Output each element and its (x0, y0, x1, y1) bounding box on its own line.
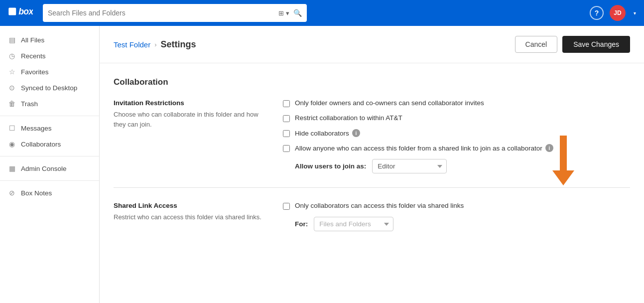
checkbox-row-1: Only folder owners and co-owners can sen… (283, 99, 630, 107)
shared-link-section: Shared Link Access Restrict who can acce… (114, 202, 630, 231)
checkbox-shared-link[interactable] (283, 203, 290, 210)
sidebar-divider-3 (0, 180, 99, 181)
sidebar-label-box-notes: Box Notes (21, 189, 52, 197)
sidebar: ▤ All Files ◷ Recents ☆ Favorites ⊙ Sync… (0, 26, 100, 303)
invitation-options: Only folder owners and co-owners can sen… (283, 99, 630, 173)
filter-icon[interactable]: ⊞ ▾ (278, 9, 289, 17)
for-label: For: (295, 220, 308, 228)
invitation-label-desc: Choose who can collaborate in this folde… (114, 110, 263, 129)
for-row: For: Files and Folders Files only Folder… (295, 217, 630, 231)
header-actions: Cancel Save Changes (515, 36, 630, 53)
sidebar-label-all-files: All Files (21, 36, 44, 44)
sidebar-item-recents[interactable]: ◷ Recents (0, 48, 99, 64)
for-select[interactable]: Files and Folders Files only Folders onl… (314, 217, 393, 231)
content-area: Test Folder › Settings Cancel Save Chang… (100, 26, 644, 303)
breadcrumb-folder-link[interactable]: Test Folder (114, 40, 150, 49)
save-changes-button[interactable]: Save Changes (562, 36, 630, 53)
box-logo: box (8, 4, 33, 22)
invitation-label-title: Invitation Restrictions (114, 99, 263, 107)
sidebar-item-favorites[interactable]: ☆ Favorites (0, 64, 99, 80)
breadcrumb-chevron: › (154, 41, 156, 48)
checkbox-row-3: Hide collaborators i (283, 129, 630, 137)
sidebar-divider (0, 116, 99, 116)
synced-icon: ⊙ (8, 84, 16, 92)
help-icon[interactable]: ? (590, 6, 604, 20)
topnav-right: ? JD ▾ (590, 5, 636, 21)
sidebar-item-box-notes[interactable]: ⊘ Box Notes (0, 185, 99, 201)
breadcrumb: Test Folder › Settings (114, 39, 196, 50)
checkbox-shared-link-label: Only collaborators can access this folde… (295, 202, 464, 209)
hide-collaborators-info-icon[interactable]: i (352, 129, 360, 137)
favorites-icon: ☆ (8, 68, 16, 76)
invitation-label-col: Invitation Restrictions Choose who can c… (114, 99, 263, 173)
sidebar-label-collaborators: Collaborators (21, 141, 61, 148)
checkbox-opt2-label: Restrict collaboration to within AT&T (295, 114, 402, 122)
svg-rect-0 (8, 7, 16, 15)
invitation-restrictions-section: Invitation Restrictions Choose who can c… (114, 99, 630, 173)
sidebar-item-all-files[interactable]: ▤ All Files (0, 32, 99, 48)
shared-link-join-info-icon[interactable]: i (545, 144, 553, 152)
cancel-button[interactable]: Cancel (515, 36, 558, 53)
shared-link-checkbox-row: Only collaborators can access this folde… (283, 202, 630, 210)
all-files-icon: ▤ (8, 36, 16, 44)
messages-icon: ☐ (8, 124, 16, 132)
sidebar-item-collaborators[interactable]: ◉ Collaborators (0, 136, 99, 152)
search-icon[interactable]: 🔍 (293, 9, 302, 17)
shared-link-label-title: Shared Link Access (114, 202, 263, 209)
sidebar-item-synced[interactable]: ⊙ Synced to Desktop (0, 80, 99, 96)
admin-console-icon: ▦ (8, 164, 16, 172)
recents-icon: ◷ (8, 52, 16, 60)
top-navigation: box ⊞ ▾ 🔍 ? JD ▾ (0, 0, 644, 26)
checkbox-opt4-label: Allow anyone who can access this folder … (295, 144, 553, 152)
sidebar-item-messages[interactable]: ☐ Messages (0, 120, 99, 136)
section-divider (114, 187, 630, 188)
sidebar-item-admin-console[interactable]: ▦ Admin Console (0, 160, 99, 176)
avatar-caret[interactable]: ▾ (634, 10, 636, 16)
search-bar: ⊞ ▾ 🔍 (43, 4, 307, 22)
avatar[interactable]: JD (610, 5, 626, 21)
shared-link-options: Only collaborators can access this folde… (283, 202, 630, 231)
box-notes-icon: ⊘ (8, 189, 16, 197)
sidebar-label-trash: Trash (21, 100, 38, 108)
content-wrapper: Test Folder › Settings Cancel Save Chang… (100, 26, 644, 303)
sidebar-label-messages: Messages (21, 125, 52, 132)
collaborators-icon: ◉ (8, 140, 16, 148)
trash-icon: 🗑 (8, 100, 16, 108)
join-as-row: Allow users to join as: Editor Viewer Up… (295, 159, 630, 173)
content-header: Test Folder › Settings Cancel Save Chang… (100, 26, 644, 63)
checkbox-opt3-label: Hide collaborators i (295, 129, 360, 137)
join-as-label: Allow users to join as: (295, 162, 366, 170)
main-layout: ▤ All Files ◷ Recents ☆ Favorites ⊙ Sync… (0, 26, 644, 303)
breadcrumb-current-page: Settings (161, 39, 196, 50)
sidebar-label-admin-console: Admin Console (21, 165, 67, 172)
checkbox-opt2[interactable] (283, 115, 290, 122)
join-as-select[interactable]: Editor Viewer Uploader Co-owner (372, 159, 447, 173)
shared-link-label-col: Shared Link Access Restrict who can acce… (114, 202, 263, 231)
checkbox-opt1-label: Only folder owners and co-owners can sen… (295, 99, 484, 107)
search-input[interactable] (48, 9, 274, 17)
settings-content: Collaboration Invitation Restrictions Ch… (100, 63, 644, 245)
sidebar-item-trash[interactable]: 🗑 Trash (0, 96, 99, 112)
checkbox-opt1[interactable] (283, 100, 290, 107)
sidebar-label-favorites: Favorites (21, 68, 49, 76)
checkbox-row-4: Allow anyone who can access this folder … (283, 144, 630, 152)
sidebar-label-recents: Recents (21, 52, 46, 60)
checkbox-row-2: Restrict collaboration to within AT&T (283, 114, 630, 122)
sidebar-label-synced: Synced to Desktop (21, 84, 77, 92)
checkbox-opt3[interactable] (283, 130, 290, 137)
sidebar-divider-2 (0, 156, 99, 156)
shared-link-label-desc: Restrict who can access this folder via … (114, 212, 263, 222)
checkbox-opt4[interactable] (283, 145, 290, 152)
collaboration-title: Collaboration (114, 77, 630, 87)
svg-text:box: box (18, 6, 33, 16)
